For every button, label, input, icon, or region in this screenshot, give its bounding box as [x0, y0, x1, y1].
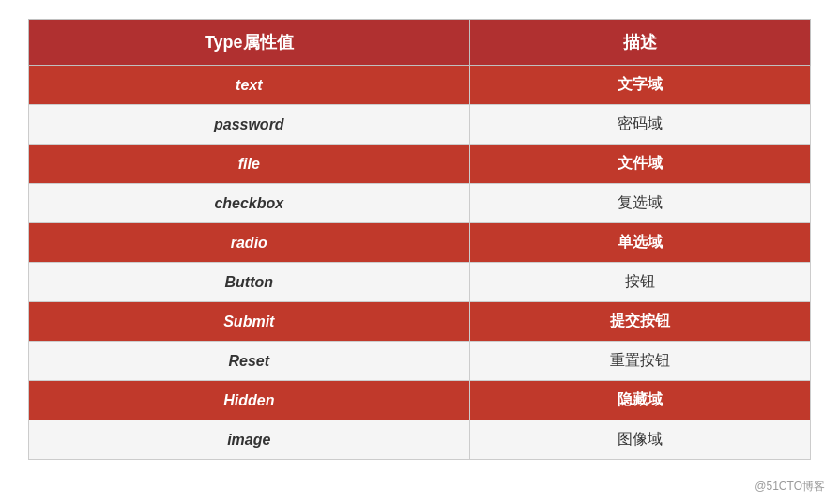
type-cell: text	[29, 66, 470, 105]
type-cell: Hidden	[29, 381, 470, 420]
type-cell: Submit	[29, 302, 470, 342]
desc-cell: 重置按钮	[469, 342, 810, 381]
desc-cell: 密码域	[469, 105, 810, 145]
table-row: radio单选域	[29, 223, 811, 263]
col-header-desc: 描述	[469, 20, 810, 66]
table-row: Hidden隐藏域	[29, 381, 811, 420]
table-row: password密码域	[29, 105, 811, 145]
desc-cell: 隐藏域	[469, 381, 810, 420]
desc-cell: 按钮	[469, 263, 810, 302]
type-cell: image	[29, 420, 470, 460]
table-row: text文字域	[29, 66, 811, 105]
desc-cell: 图像域	[469, 420, 810, 460]
type-cell: checkbox	[29, 184, 470, 223]
desc-cell: 单选域	[469, 223, 810, 263]
type-attributes-table: Type属性值 描述 text文字域password密码域file文件域chec…	[28, 19, 811, 460]
desc-cell: 提交按钮	[469, 302, 810, 342]
desc-cell: 文字域	[469, 66, 810, 105]
desc-cell: 复选域	[469, 184, 810, 223]
table-row: checkbox复选域	[29, 184, 811, 223]
table-row: file文件域	[29, 145, 811, 184]
table-header-row: Type属性值 描述	[29, 20, 811, 66]
watermark: @51CTO博客	[755, 479, 825, 495]
type-cell: radio	[29, 223, 470, 263]
table-row: Reset重置按钮	[29, 342, 811, 381]
type-cell: password	[29, 105, 470, 145]
table-row: Button按钮	[29, 263, 811, 302]
type-cell: Reset	[29, 342, 470, 381]
page-container: Type属性值 描述 text文字域password密码域file文件域chec…	[0, 0, 839, 504]
table-row: Submit提交按钮	[29, 302, 811, 342]
table-row: image图像域	[29, 420, 811, 460]
col-header-type: Type属性值	[29, 20, 470, 66]
type-cell: file	[29, 145, 470, 184]
desc-cell: 文件域	[469, 145, 810, 184]
type-cell: Button	[29, 263, 470, 302]
